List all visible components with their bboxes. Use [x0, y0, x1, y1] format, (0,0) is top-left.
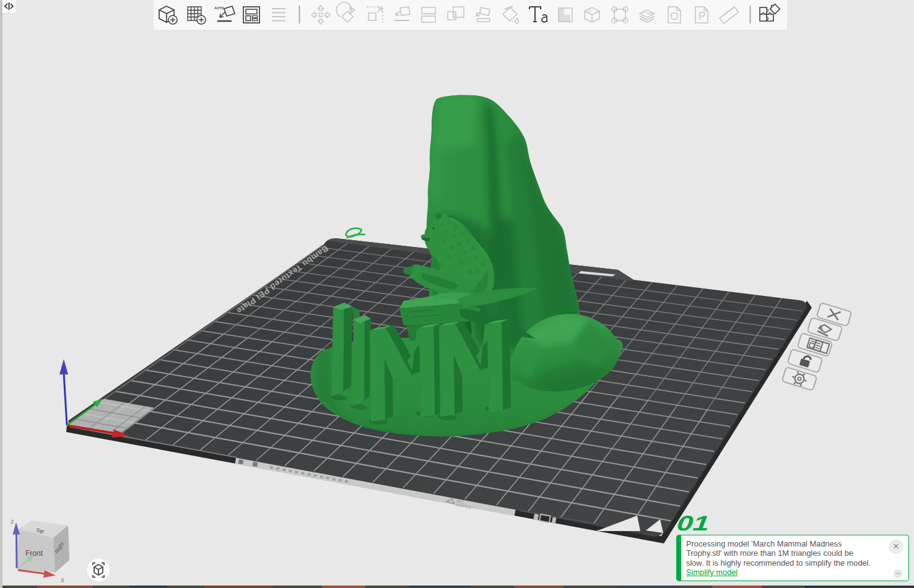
svg-text:x: x — [61, 576, 64, 584]
svg-text:01: 01 — [676, 511, 710, 535]
svg-text:Front: Front — [25, 549, 43, 558]
svg-text:z: z — [11, 517, 14, 525]
svg-text:AUTO: AUTO — [214, 6, 224, 10]
